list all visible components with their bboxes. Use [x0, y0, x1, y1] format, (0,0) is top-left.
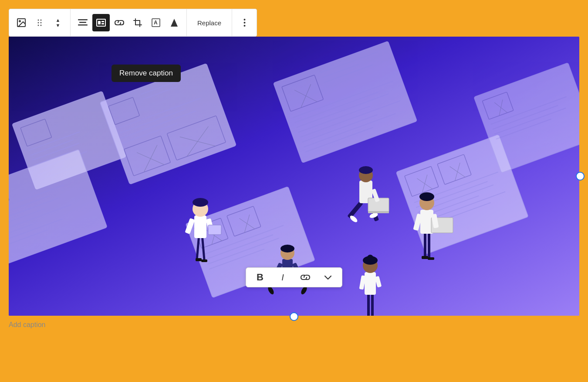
- caption-more-btn[interactable]: [321, 270, 335, 284]
- svg-rect-13: [101, 21, 104, 22]
- add-caption-placeholder[interactable]: Add caption: [9, 321, 46, 329]
- align-center-btn[interactable]: [74, 14, 91, 31]
- more-options-btn[interactable]: [236, 14, 253, 31]
- right-resize-handle[interactable]: [576, 172, 585, 181]
- bold-btn[interactable]: B: [253, 270, 267, 284]
- svg-point-150: [367, 255, 373, 261]
- svg-rect-104: [196, 258, 202, 261]
- crop-btn[interactable]: [129, 14, 146, 31]
- toolbar-group-block: ▲ ▼: [9, 9, 71, 36]
- svg-point-7: [41, 25, 42, 26]
- text-overlay-btn[interactable]: A: [147, 14, 165, 31]
- svg-marker-17: [171, 19, 178, 27]
- drag-handle-btn[interactable]: [31, 14, 48, 31]
- svg-rect-105: [201, 259, 207, 262]
- svg-rect-122: [424, 233, 426, 259]
- svg-rect-109: [208, 225, 221, 235]
- svg-point-4: [38, 22, 39, 24]
- toolbar-group-replace: Replace: [187, 9, 232, 36]
- bottom-resize-handle[interactable]: [290, 312, 298, 321]
- svg-rect-8: [78, 19, 88, 20]
- svg-point-1: [19, 20, 20, 22]
- svg-point-3: [41, 20, 42, 21]
- move-updown-btn[interactable]: ▲ ▼: [49, 14, 67, 31]
- caption-link-btn[interactable]: [298, 270, 312, 284]
- svg-point-121: [359, 166, 373, 174]
- svg-rect-118: [368, 211, 389, 213]
- svg-point-19: [243, 22, 245, 24]
- svg-point-6: [38, 25, 39, 26]
- svg-rect-123: [428, 233, 430, 259]
- image-block: B I: [9, 37, 579, 316]
- svg-point-18: [243, 19, 245, 20]
- toolbar-group-align: A: [71, 9, 187, 36]
- link-btn[interactable]: [111, 14, 128, 31]
- svg-point-20: [243, 25, 245, 27]
- caption-format-toolbar: B I: [246, 267, 342, 287]
- replace-btn[interactable]: Replace: [190, 14, 228, 31]
- italic-btn[interactable]: I: [276, 270, 290, 284]
- svg-point-131: [419, 192, 434, 201]
- svg-point-140: [280, 245, 294, 252]
- svg-rect-12: [98, 21, 101, 24]
- svg-point-2: [38, 20, 39, 21]
- svg-rect-141: [367, 294, 370, 316]
- svg-text:A: A: [154, 20, 158, 26]
- wide-width-btn[interactable]: [92, 14, 110, 31]
- svg-rect-124: [422, 256, 428, 259]
- svg-point-5: [41, 22, 42, 24]
- svg-rect-14: [101, 23, 104, 24]
- filter-btn[interactable]: [166, 14, 183, 31]
- svg-rect-10: [78, 24, 88, 26]
- toolbar-group-more: [232, 9, 257, 36]
- svg-rect-9: [79, 22, 86, 23]
- svg-rect-106: [194, 215, 206, 238]
- svg-rect-145: [365, 272, 376, 295]
- svg-rect-142: [371, 294, 374, 316]
- image-toolbar: ▲ ▼: [9, 9, 257, 37]
- svg-point-111: [193, 198, 208, 207]
- svg-rect-125: [428, 257, 434, 260]
- image-block-icon-btn[interactable]: [13, 14, 30, 31]
